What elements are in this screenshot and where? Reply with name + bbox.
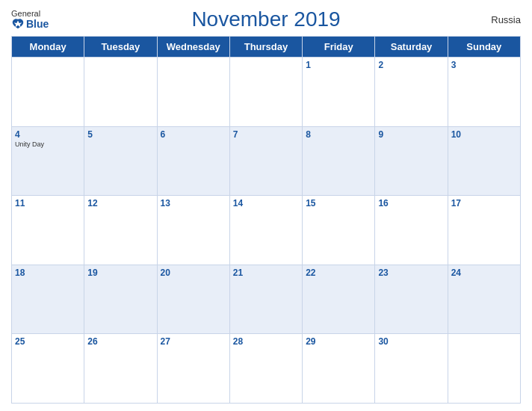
calendar-cell [157,58,229,127]
calendar-cell: 1 [303,58,375,127]
date-number: 11 [15,198,81,208]
holiday-label: Unity Day [15,140,81,148]
calendar-row-4: 252627282930 [12,334,521,404]
calendar-cell [12,58,84,127]
date-number: 22 [306,268,371,278]
calendar-cell: 28 [229,334,302,404]
date-number: 29 [306,336,371,347]
calendar-cell: 4Unity Day [12,126,84,196]
calendar-cell: 18 [12,265,84,334]
date-number: 25 [15,336,81,347]
date-number: 2 [378,60,444,70]
weekday-header-row: MondayTuesdayWednesdayThursdayFridaySatu… [12,37,521,58]
calendar-table: MondayTuesdayWednesdayThursdayFridaySatu… [11,36,521,404]
calendar-cell: 16 [375,196,448,265]
date-number: 17 [451,198,517,208]
weekday-header-tuesday: Tuesday [84,37,157,58]
calendar-cell: 26 [84,334,157,404]
calendar-header: General Blue November 2019 Russia [11,7,521,31]
date-number: 20 [161,268,226,278]
date-number: 3 [451,60,517,70]
calendar-cell: 29 [303,334,375,404]
calendar-cell [229,58,302,127]
calendar-cell [448,334,520,404]
date-number: 5 [87,129,153,140]
calendar-cell [84,58,157,127]
calendar-cell: 23 [375,265,448,334]
date-number: 8 [306,129,371,140]
calendar-cell: 13 [157,196,229,265]
weekday-header-thursday: Thursday [229,37,302,58]
date-number: 9 [378,129,444,140]
calendar-cell: 22 [303,265,375,334]
date-number: 12 [87,198,153,208]
date-number: 19 [87,268,153,278]
calendar-cell: 3 [448,58,520,127]
calendar-cell: 20 [157,265,229,334]
weekday-header-sunday: Sunday [448,37,520,58]
calendar-cell: 30 [375,334,448,404]
weekday-header-friday: Friday [303,37,375,58]
date-number: 14 [233,198,299,208]
logo: General Blue [11,9,49,30]
weekday-header-monday: Monday [12,37,84,58]
calendar-row-1: 4Unity Day5678910 [12,126,521,196]
date-number: 1 [306,60,371,70]
calendar-cell: 21 [229,265,302,334]
date-number: 16 [378,198,444,208]
calendar-cell: 24 [448,265,520,334]
date-number: 21 [233,268,299,278]
date-number: 23 [378,268,444,278]
calendar-cell: 2 [375,58,448,127]
calendar-cell: 9 [375,126,448,196]
date-number: 15 [306,198,371,208]
date-number: 30 [378,336,444,347]
date-number: 27 [161,336,226,347]
calendar-cell: 14 [229,196,302,265]
date-number: 10 [451,129,517,140]
calendar-row-0: 123 [12,58,521,127]
calendar-cell: 6 [157,126,229,196]
logo-blue-text: Blue [11,18,49,30]
date-number: 4 [15,129,81,140]
calendar-row-3: 18192021222324 [12,265,521,334]
date-number: 24 [451,268,517,278]
weekday-header-wednesday: Wednesday [157,37,229,58]
country-label: Russia [491,14,521,25]
calendar-cell: 5 [84,126,157,196]
calendar-cell: 12 [84,196,157,265]
calendar-cell: 15 [303,196,375,265]
calendar-row-2: 11121314151617 [12,196,521,265]
date-number: 26 [87,336,153,347]
calendar-cell: 11 [12,196,84,265]
calendar-cell: 19 [84,265,157,334]
date-number: 13 [161,198,226,208]
calendar-cell: 25 [12,334,84,404]
date-number: 7 [233,129,299,140]
weekday-header-saturday: Saturday [375,37,448,58]
calendar-cell: 27 [157,334,229,404]
date-number: 18 [15,268,81,278]
logo-bird-icon [11,18,25,30]
logo-general-text: General [11,9,40,18]
date-number: 28 [233,336,299,347]
calendar-cell: 17 [448,196,520,265]
date-number: 6 [161,129,226,140]
calendar-cell: 10 [448,126,520,196]
calendar-title: November 2019 [191,7,340,31]
calendar-cell: 8 [303,126,375,196]
calendar-cell: 7 [229,126,302,196]
